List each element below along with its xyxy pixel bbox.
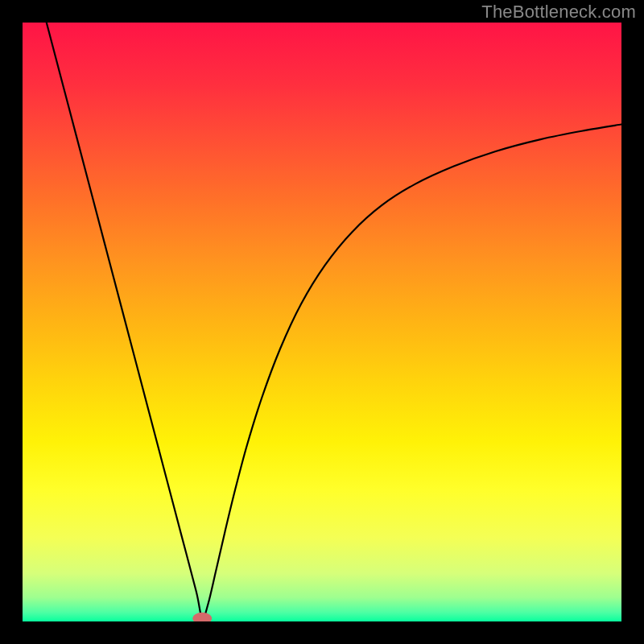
chart-container: TheBottleneck.com (0, 0, 644, 644)
chart-svg (23, 23, 621, 621)
plot-area (23, 23, 621, 621)
watermark-label: TheBottleneck.com (481, 2, 636, 23)
gradient-background (23, 23, 621, 621)
